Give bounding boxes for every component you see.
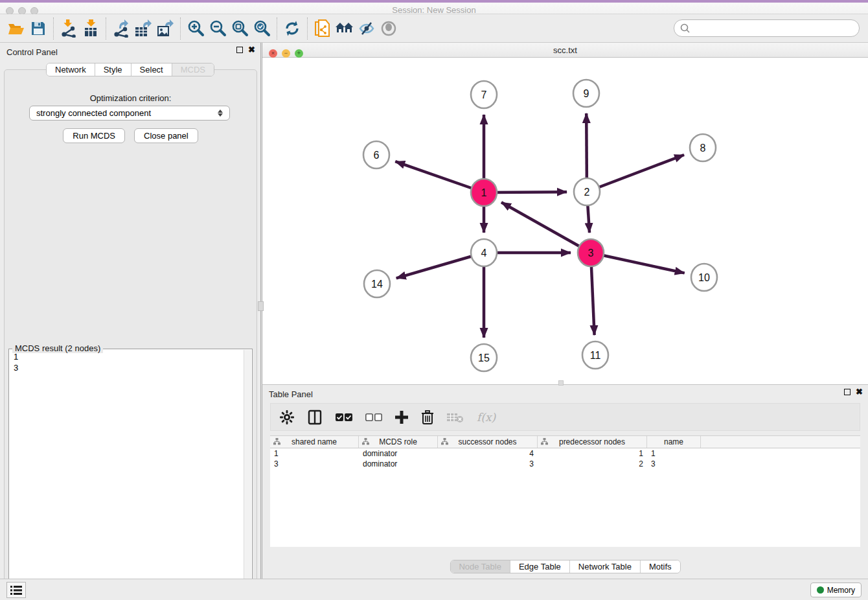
table-tab-motifs[interactable]: Motifs bbox=[641, 560, 680, 573]
hide-eye-icon[interactable] bbox=[356, 18, 378, 39]
eye-icon[interactable] bbox=[378, 18, 400, 39]
mcds-result-node: 3 bbox=[14, 362, 243, 373]
graph-node-3[interactable]: 3 bbox=[578, 239, 604, 266]
table-cell[interactable]: 3 bbox=[647, 459, 701, 469]
first-neighbors-icon[interactable] bbox=[312, 18, 334, 39]
horizontal-splitter-handle[interactable] bbox=[558, 380, 564, 386]
mcds-result-list[interactable]: 13 bbox=[10, 351, 243, 592]
function-builder-icon[interactable]: f(x) bbox=[477, 408, 496, 426]
task-history-button[interactable] bbox=[6, 582, 26, 598]
close-panel-button[interactable]: Close panel bbox=[134, 128, 198, 143]
table-cell[interactable]: dominator bbox=[359, 459, 438, 469]
zoom-in-icon[interactable] bbox=[185, 18, 207, 39]
graph-node-10[interactable]: 10 bbox=[691, 264, 717, 291]
node-label: 8 bbox=[700, 143, 706, 154]
zoom-selected-icon[interactable] bbox=[251, 18, 273, 39]
vertical-splitter-handle[interactable] bbox=[258, 301, 264, 311]
graph-node-1[interactable]: 1 bbox=[471, 179, 497, 206]
houses-icon[interactable] bbox=[334, 18, 356, 39]
tab-network[interactable]: Network bbox=[47, 63, 95, 76]
graph-node-8[interactable]: 8 bbox=[690, 134, 716, 161]
import-network-icon[interactable] bbox=[58, 18, 80, 39]
select-all-columns-icon[interactable] bbox=[336, 408, 352, 426]
close-table-panel-icon[interactable]: ✖ bbox=[856, 389, 863, 395]
graph-node-2[interactable]: 2 bbox=[574, 178, 600, 205]
search-input[interactable] bbox=[691, 22, 859, 35]
table-cell[interactable]: 3 bbox=[438, 459, 538, 469]
export-network-icon[interactable] bbox=[110, 18, 132, 39]
add-column-icon[interactable] bbox=[395, 408, 408, 426]
optimization-criterion-select[interactable]: strongly connected component bbox=[29, 106, 230, 121]
table-cell[interactable]: 1 bbox=[647, 448, 701, 459]
table-row[interactable]: 1dominator411 bbox=[270, 448, 860, 459]
import-table-icon[interactable] bbox=[80, 18, 102, 39]
mcds-tab-content: Optimization criterion: strongly connect… bbox=[4, 69, 257, 597]
edge-3-10[interactable] bbox=[591, 253, 685, 273]
column-header-predecessor-nodes[interactable]: predecessor nodes bbox=[538, 436, 647, 448]
zoom-out-icon[interactable] bbox=[207, 18, 229, 39]
graph-node-6[interactable]: 6 bbox=[363, 141, 389, 168]
control-panel-title: Control Panel bbox=[6, 47, 58, 57]
search-box[interactable] bbox=[674, 19, 860, 37]
table-tab-edge-table[interactable]: Edge Table bbox=[510, 560, 570, 573]
node-table: shared nameMCDS rolesuccessor nodesprede… bbox=[270, 435, 860, 547]
gear-icon[interactable] bbox=[280, 408, 294, 426]
network-graph-canvas[interactable]: 7968124314101511 bbox=[262, 58, 868, 384]
column-header-MCDS-role[interactable]: MCDS role bbox=[359, 436, 438, 448]
table-cell[interactable]: 2 bbox=[538, 459, 647, 469]
memory-button[interactable]: Memory bbox=[810, 583, 862, 597]
graph-node-7[interactable]: 7 bbox=[471, 81, 497, 108]
column-header-label: name bbox=[664, 437, 683, 446]
table-cell[interactable]: 3 bbox=[270, 459, 359, 469]
table-cell[interactable]: 1 bbox=[270, 448, 359, 459]
table-row[interactable]: 3dominator323 bbox=[270, 459, 860, 469]
export-image-icon[interactable] bbox=[154, 18, 176, 39]
memory-status-icon bbox=[817, 586, 824, 594]
table-tab-node-table[interactable]: Node Table bbox=[450, 560, 510, 573]
edge-layer bbox=[395, 113, 684, 338]
edge-1-6[interactable] bbox=[395, 161, 484, 192]
columns-icon[interactable] bbox=[307, 408, 323, 426]
main-toolbar bbox=[0, 14, 868, 43]
column-header-shared-name[interactable]: shared name bbox=[270, 436, 359, 448]
export-table-icon[interactable] bbox=[132, 18, 154, 39]
open-session-icon[interactable] bbox=[5, 18, 27, 39]
close-panel-icon[interactable]: ✖ bbox=[248, 47, 255, 53]
column-header-name[interactable]: name bbox=[647, 436, 701, 448]
zoom-fit-icon[interactable] bbox=[229, 18, 251, 39]
table-tab-network-table[interactable]: Network Table bbox=[570, 560, 641, 573]
unselect-all-columns-icon[interactable] bbox=[365, 408, 382, 426]
float-table-panel-icon[interactable] bbox=[844, 389, 851, 395]
graph-node-4[interactable]: 4 bbox=[471, 239, 497, 266]
graph-node-9[interactable]: 9 bbox=[573, 80, 599, 107]
table-toolbar: f(x) bbox=[270, 403, 860, 431]
float-panel-icon[interactable] bbox=[236, 47, 243, 53]
column-type-icon bbox=[362, 438, 369, 445]
graph-node-14[interactable]: 14 bbox=[364, 270, 390, 297]
column-header-label: MCDS role bbox=[379, 437, 417, 446]
delete-column-icon[interactable] bbox=[421, 408, 434, 426]
column-header-successor-nodes[interactable]: successor nodes bbox=[438, 436, 538, 448]
graph-node-15[interactable]: 15 bbox=[471, 344, 497, 371]
edge-3-1[interactable] bbox=[501, 202, 591, 253]
edge-2-8[interactable] bbox=[587, 155, 684, 192]
optimization-criterion-label: Optimization criterion: bbox=[5, 93, 257, 103]
table-header: shared nameMCDS rolesuccessor nodesprede… bbox=[270, 436, 860, 448]
save-session-icon[interactable] bbox=[27, 18, 49, 39]
refresh-icon[interactable] bbox=[281, 18, 303, 39]
table-cell[interactable]: dominator bbox=[359, 448, 438, 459]
graph-node-11[interactable]: 11 bbox=[582, 341, 608, 369]
table-cell[interactable]: 1 bbox=[538, 448, 647, 459]
tab-select[interactable]: Select bbox=[131, 63, 172, 76]
network-window-titlebar: ×−+ scc.txt bbox=[262, 43, 868, 58]
run-mcds-button[interactable]: Run MCDS bbox=[63, 128, 125, 143]
table-cell[interactable]: 4 bbox=[438, 448, 538, 459]
result-scrollbar[interactable] bbox=[244, 350, 251, 592]
node-label: 1 bbox=[481, 187, 487, 198]
table-tabs: Node TableEdge TableNetwork TableMotifs bbox=[450, 560, 680, 573]
tab-mcds[interactable]: MCDS bbox=[172, 63, 214, 76]
selected-criterion: strongly connected component bbox=[36, 108, 151, 118]
column-type-icon bbox=[441, 438, 448, 445]
tab-style[interactable]: Style bbox=[95, 63, 131, 76]
delete-table-icon[interactable] bbox=[447, 408, 464, 426]
